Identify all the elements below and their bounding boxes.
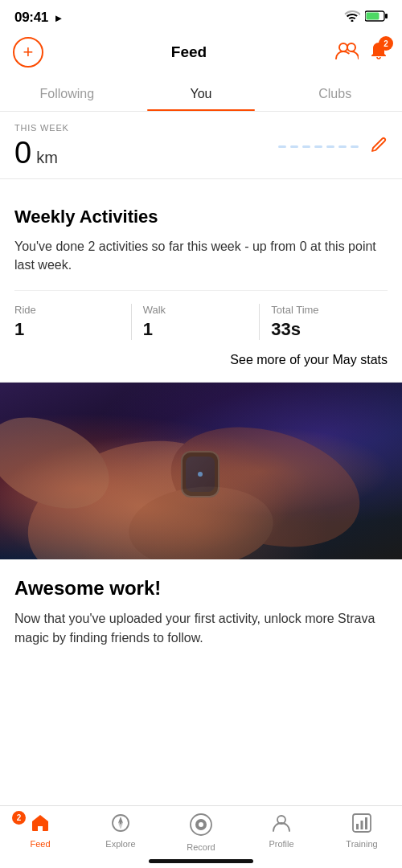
- app-header: + Feed 2: [0, 31, 402, 76]
- status-time: 09:41 ►: [14, 10, 64, 26]
- svg-point-3: [339, 43, 347, 51]
- bottom-spacer: [0, 676, 402, 748]
- svg-rect-1: [385, 14, 388, 18]
- status-bar: 09:41 ►: [0, 0, 402, 31]
- dot-4: [314, 145, 322, 148]
- tab-following[interactable]: Following: [0, 76, 134, 111]
- add-activity-button[interactable]: +: [13, 37, 43, 68]
- notifications-button[interactable]: 2: [368, 40, 389, 64]
- home-icon: [30, 813, 51, 837]
- nav-label-feed: Feed: [30, 839, 50, 849]
- nav-label-record: Record: [187, 842, 215, 852]
- dot-3: [302, 145, 310, 148]
- stats-row: Ride 1 Walk 1 Total Time 33s: [14, 290, 388, 340]
- dot-1: [278, 145, 286, 148]
- feed-badge: 2: [12, 811, 26, 825]
- header-actions: 2: [334, 40, 389, 64]
- dot-6: [338, 145, 347, 148]
- feed-tabs: Following You Clubs: [0, 76, 402, 112]
- this-week-unit: km: [36, 149, 58, 167]
- bell-icon: [368, 50, 389, 63]
- see-more-stats[interactable]: See more of your May stats: [14, 353, 388, 367]
- svg-rect-20: [365, 817, 367, 829]
- dot-5: [326, 145, 334, 148]
- record-icon: [189, 813, 213, 840]
- hands-svg: [0, 383, 402, 559]
- weekly-activities-description: You've done 2 activities so far this wee…: [14, 237, 388, 274]
- this-week-value: 0 km: [14, 136, 69, 170]
- nav-label-training: Training: [346, 839, 377, 849]
- compass-icon: [110, 813, 131, 837]
- stat-total-time: Total Time 33s: [271, 304, 388, 340]
- tab-clubs[interactable]: Clubs: [268, 76, 402, 111]
- wifi-icon: [344, 10, 360, 25]
- stat-total-time-label: Total Time: [271, 304, 376, 316]
- awesome-work-title: Awesome work!: [14, 577, 388, 600]
- people-icon[interactable]: [334, 41, 359, 63]
- nav-item-explore[interactable]: Explore: [80, 813, 161, 852]
- location-arrow-icon: ►: [53, 12, 64, 24]
- svg-rect-19: [361, 821, 363, 829]
- nav-item-record[interactable]: Record: [161, 813, 241, 852]
- stat-ride: Ride 1: [14, 304, 132, 340]
- dot-7: [351, 145, 359, 148]
- bottom-navigation: 2 Feed Explore Record: [0, 805, 402, 868]
- awesome-work-description: Now that you've uploaded your first acti…: [14, 609, 388, 646]
- promo-image: [0, 383, 402, 559]
- svg-point-12: [120, 822, 122, 825]
- stat-walk-label: Walk: [143, 304, 248, 316]
- stat-walk: Walk 1: [143, 304, 260, 340]
- this-week-number: 0: [14, 136, 31, 170]
- svg-point-15: [199, 822, 203, 827]
- svg-rect-18: [356, 824, 359, 829]
- weekly-activities-title: Weekly Activities: [14, 207, 388, 227]
- this-week-right: [278, 136, 388, 158]
- awesome-work-card: Awesome work! Now that you've uploaded y…: [0, 559, 402, 675]
- battery-icon: [365, 10, 388, 25]
- stat-ride-value: 1: [14, 319, 120, 340]
- week-progress-dots: [278, 145, 359, 148]
- svg-rect-2: [367, 13, 379, 20]
- nav-item-feed[interactable]: 2 Feed: [0, 813, 80, 852]
- image-background: [0, 383, 402, 559]
- stat-walk-value: 1: [143, 319, 248, 340]
- nav-label-profile: Profile: [269, 839, 293, 849]
- this-week-label: THIS WEEK: [14, 123, 69, 133]
- stat-total-time-value: 33s: [271, 319, 376, 340]
- svg-point-4: [347, 43, 355, 51]
- person-icon: [271, 813, 292, 837]
- home-indicator: [149, 859, 253, 863]
- nav-item-profile[interactable]: Profile: [241, 813, 322, 852]
- see-more-label: See more of your May stats: [230, 353, 388, 366]
- header-title: Feed: [171, 43, 207, 61]
- edit-goal-button[interactable]: [370, 136, 388, 158]
- this-week-content: THIS WEEK 0 km: [14, 123, 69, 170]
- tab-you[interactable]: You: [134, 76, 269, 111]
- nav-item-training[interactable]: Training: [322, 813, 402, 852]
- nav-label-explore: Explore: [105, 839, 135, 849]
- time-text: 09:41: [14, 10, 48, 25]
- this-week-section: THIS WEEK 0 km: [0, 112, 402, 179]
- dot-2: [290, 145, 298, 148]
- stat-ride-label: Ride: [14, 304, 120, 316]
- notification-badge: 2: [379, 36, 393, 51]
- weekly-activities-card: Weekly Activities You've done 2 activiti…: [0, 189, 402, 383]
- status-icons: [344, 10, 388, 25]
- training-chart-icon: [351, 813, 372, 837]
